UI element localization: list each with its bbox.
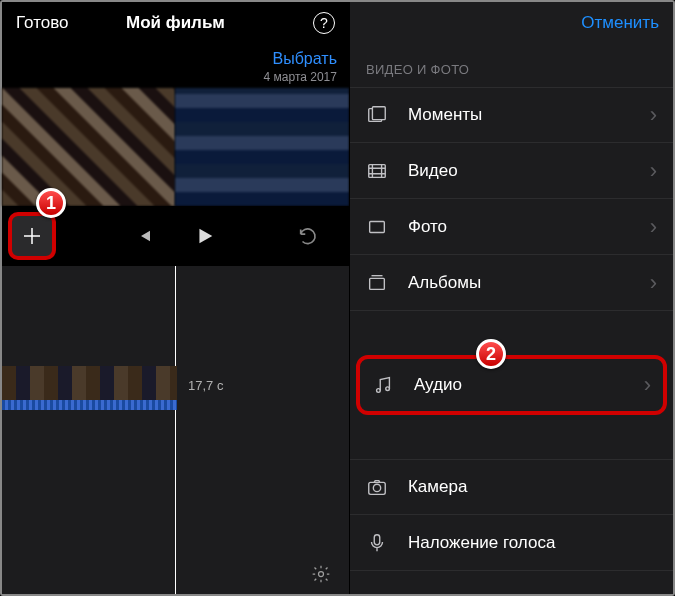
prev-icon[interactable] — [135, 227, 153, 245]
callout-badge-2: 2 — [476, 339, 506, 369]
svg-point-9 — [373, 484, 380, 491]
callout-badge-1: 1 — [36, 188, 66, 218]
editor-panel: Готово Мой фильм ? Выбрать 4 марта 2017 … — [2, 2, 349, 594]
undo-icon[interactable] — [297, 225, 319, 247]
music-icon — [372, 374, 400, 396]
list-item-label: Альбомы — [394, 273, 650, 293]
chevron-right-icon: › — [644, 372, 651, 398]
svg-rect-5 — [370, 278, 385, 289]
list-item-label: Видео — [394, 161, 650, 181]
photo-icon — [366, 216, 394, 238]
clip-duration: 17,7 c — [188, 378, 223, 393]
preview-thumb — [2, 88, 175, 206]
list-item-video[interactable]: Видео › — [350, 143, 673, 199]
select-date-block: Выбрать 4 марта 2017 — [2, 44, 349, 88]
settings-icon[interactable] — [311, 564, 331, 584]
chevron-right-icon: › — [650, 102, 657, 128]
done-button[interactable]: Готово — [16, 13, 69, 33]
play-icon[interactable] — [193, 225, 215, 247]
svg-rect-3 — [369, 164, 386, 177]
svg-rect-2 — [372, 107, 385, 120]
add-media-button[interactable] — [8, 212, 56, 260]
media-list: Моменты › Видео › Фото › — [350, 87, 673, 571]
transport-bar: 1 — [2, 206, 349, 266]
cancel-button[interactable]: Отменить — [581, 13, 659, 33]
help-icon[interactable]: ? — [313, 12, 335, 34]
media-picker-panel: Отменить ВИДЕО И ФОТО Моменты › Видео › — [349, 2, 673, 594]
chevron-right-icon: › — [650, 270, 657, 296]
list-item-photo[interactable]: Фото › — [350, 199, 673, 255]
svg-point-7 — [386, 387, 390, 391]
chevron-right-icon: › — [650, 158, 657, 184]
svg-point-6 — [377, 389, 381, 393]
moments-icon — [366, 104, 394, 126]
timeline-clip[interactable] — [2, 366, 177, 410]
playhead — [175, 266, 176, 594]
list-item-label: Фото — [394, 217, 650, 237]
editor-header: Готово Мой фильм ? — [2, 2, 349, 44]
list-item-albums[interactable]: Альбомы › — [350, 255, 673, 311]
list-item-label: Аудио — [400, 375, 644, 395]
video-icon — [366, 160, 394, 182]
timeline[interactable]: 17,7 c — [2, 266, 349, 594]
preview-thumb — [175, 88, 348, 206]
list-item-voiceover[interactable]: Наложение голоса — [350, 515, 673, 571]
section-header: ВИДЕО И ФОТО — [350, 44, 673, 87]
albums-icon — [366, 272, 394, 294]
chevron-right-icon: › — [650, 214, 657, 240]
select-link[interactable]: Выбрать — [2, 50, 337, 68]
list-item-label: Камера — [394, 477, 657, 497]
camera-icon — [366, 476, 394, 498]
list-item-camera[interactable]: Камера — [350, 459, 673, 515]
microphone-icon — [366, 532, 394, 554]
list-item-label: Наложение голоса — [394, 533, 657, 553]
list-item-label: Моменты — [394, 105, 650, 125]
svg-point-0 — [318, 572, 323, 577]
list-item-moments[interactable]: Моменты › — [350, 87, 673, 143]
svg-rect-4 — [370, 221, 385, 232]
picker-header: Отменить — [350, 2, 673, 44]
svg-rect-10 — [374, 534, 380, 544]
clip-date: 4 марта 2017 — [2, 70, 337, 84]
list-item-audio[interactable]: 2 Аудио › — [356, 355, 667, 415]
